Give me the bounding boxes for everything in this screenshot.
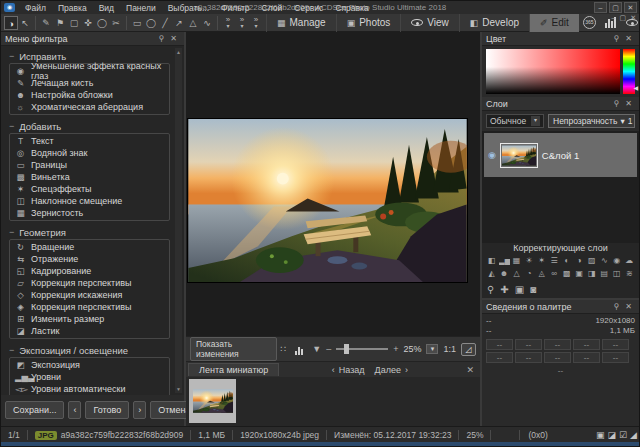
done-button[interactable]: Готово xyxy=(85,401,129,419)
menu-item[interactable]: Фильтр xyxy=(215,2,256,14)
filter-chromatic-aberration[interactable]: ☼Хроматическая аберрация xyxy=(10,101,169,113)
layer-mask-icon[interactable]: ◙ xyxy=(530,284,536,296)
adj-clarity-icon[interactable]: ◔ xyxy=(524,269,535,282)
adj-curves-icon[interactable]: ▦ xyxy=(511,256,522,269)
adj-red-eye-icon[interactable]: ◉ xyxy=(611,256,622,269)
tool-current-selection[interactable]: ◑ xyxy=(4,16,18,30)
filter-exposure[interactable]: ◩Экспозиция xyxy=(10,359,169,371)
filter-perspective-correction[interactable]: ▱Коррекция перспективы xyxy=(10,277,169,289)
hue-marker-icon[interactable]: ◀ xyxy=(633,84,638,91)
adj-white-balance-icon[interactable]: ☀ xyxy=(524,256,535,269)
filter-list-scrollbar[interactable]: ▲ ▼ xyxy=(175,48,182,393)
check-status-icon[interactable]: ☑ xyxy=(619,430,627,440)
section-header-exposure[interactable]: − Экспозиция / освещение xyxy=(7,344,172,356)
adj-grain-icon[interactable]: ▩ xyxy=(561,269,572,282)
toolbar-overflow-1[interactable]: »▾ xyxy=(221,17,235,29)
tool-move[interactable]: ✜ xyxy=(81,16,95,30)
resize-grip[interactable]: ◢ xyxy=(630,430,637,440)
filter-borders[interactable]: ▭Границы xyxy=(10,159,169,171)
edit-status-icon[interactable]: ◪ xyxy=(607,430,616,440)
zoom-slider[interactable] xyxy=(336,348,388,350)
close-icon[interactable]: ✕ xyxy=(167,34,180,43)
tool-arrow[interactable]: ↗ xyxy=(172,16,186,30)
mode-view-button[interactable]: View xyxy=(400,14,459,32)
adj-exposure-icon[interactable]: ◧ xyxy=(486,256,497,269)
adj-dehaze-icon[interactable]: ☁ xyxy=(624,256,635,269)
filter-cover-setup[interactable]: ☻Настройка обложки xyxy=(10,89,169,101)
filter-text[interactable]: TТекст xyxy=(10,135,169,147)
adj-blur-icon[interactable]: ∞ xyxy=(549,269,560,282)
zoom-dropdown[interactable]: ▾ xyxy=(426,344,438,354)
adj-skin-tune-icon[interactable]: ☻ xyxy=(499,269,510,282)
filter-grain[interactable]: ▦Зернистость xyxy=(10,207,169,219)
adj-vignette-icon[interactable]: ▣ xyxy=(574,269,585,282)
close-icon[interactable]: ✕ xyxy=(622,302,635,311)
zoom-slider-thumb[interactable] xyxy=(344,344,349,354)
close-button[interactable]: ✕ xyxy=(624,2,637,13)
tool-cut-selection[interactable]: ✂ xyxy=(109,16,123,30)
pin-icon[interactable]: ⚲ xyxy=(610,34,622,43)
selection-grid-icon[interactable]: ∷ xyxy=(281,344,287,354)
adj-color-balance-icon[interactable]: ◐ xyxy=(561,256,572,269)
filter-levels[interactable]: ▂▅▃Уровни xyxy=(10,371,169,383)
filter-distortion-correction[interactable]: ◇Коррекция искажения xyxy=(10,289,169,301)
tool-ellipse[interactable]: ◯ xyxy=(144,16,158,30)
mode-manage-button[interactable]: ▦ Manage xyxy=(266,14,336,32)
adj-sharpen-icon[interactable]: ◭ xyxy=(486,269,497,282)
adj-waves-icon[interactable]: ≋ xyxy=(624,269,635,282)
preview-caret-icon[interactable]: ▼ xyxy=(312,344,321,354)
actual-size-button[interactable]: 1:1 xyxy=(443,344,456,354)
menu-item[interactable]: Слой xyxy=(256,2,289,14)
menu-item[interactable]: Панели xyxy=(120,2,162,14)
layer-duplicate-icon[interactable]: ▣ xyxy=(515,284,524,296)
tool-flag-select[interactable]: ⚑ xyxy=(53,16,67,30)
filmstrip-thumbnail[interactable] xyxy=(189,379,236,423)
filter-flip[interactable]: ⇆Отражение xyxy=(10,253,169,265)
zoom-in-icon[interactable]: + xyxy=(393,344,398,354)
filmstrip-close-icon[interactable]: ✕ xyxy=(460,365,480,375)
filter-resize[interactable]: ⊞Изменить размер xyxy=(10,313,169,325)
filter-lens-correction[interactable]: ◈Коррекция перспективы xyxy=(10,301,169,313)
tool-pointer[interactable]: ↖ xyxy=(18,16,32,30)
adj-split-tone-icon[interactable]: ◨ xyxy=(586,269,597,282)
layer-name[interactable]: С&лой 1 xyxy=(542,150,579,161)
section-header-geometry[interactable]: − Геометрия xyxy=(7,226,172,238)
tool-polygon[interactable]: △ xyxy=(186,16,200,30)
back-button[interactable]: ‹Назад xyxy=(332,365,365,375)
tool-curve[interactable]: ∿ xyxy=(200,16,214,30)
save-button[interactable]: Сохрани... xyxy=(5,401,64,419)
tool-line[interactable]: ╱ xyxy=(158,16,172,30)
pin-icon[interactable]: ⚲ xyxy=(610,302,622,311)
filter-vignette[interactable]: ▩Виньетка xyxy=(10,171,169,183)
toolbar-overflow-2[interactable]: »▾ xyxy=(235,17,249,29)
tool-marquee-select[interactable]: ▢ xyxy=(67,16,81,30)
filter-crop[interactable]: ◱Кадрирование xyxy=(10,265,169,277)
layer-pin-icon[interactable]: ⚲ xyxy=(487,284,494,296)
close-icon[interactable]: ✕ xyxy=(622,99,635,108)
menu-item[interactable]: Файл xyxy=(19,2,52,14)
adj-soft-focus-icon[interactable]: ∿ xyxy=(599,256,610,269)
close-icon[interactable]: ✕ xyxy=(622,34,635,43)
select-status-icon[interactable]: ▣ xyxy=(596,430,605,440)
mode-edit-button[interactable]: ✐ Edit xyxy=(529,14,579,32)
scroll-up-icon[interactable]: ▲ xyxy=(175,49,182,55)
filter-tilt-shift[interactable]: ◫Наклонное смещение xyxy=(10,195,169,207)
pin-icon[interactable]: ⚲ xyxy=(155,34,167,43)
tool-lasso[interactable]: ◯ xyxy=(95,16,109,30)
prev-button[interactable]: ‹ xyxy=(68,401,81,419)
layer-visibility-eye-icon[interactable]: ◉ xyxy=(488,150,496,160)
saturation-value-gradient[interactable] xyxy=(486,49,620,94)
image-canvas[interactable] xyxy=(186,32,480,336)
opacity-control[interactable]: Непрозрачность ▾ 1 xyxy=(548,114,635,128)
filter-special-effects[interactable]: ✶Спецэффекты xyxy=(10,183,169,195)
minimize-button[interactable]: – xyxy=(594,2,607,13)
adj-color-eq-icon[interactable]: ☰ xyxy=(549,256,560,269)
adj-noise-icon[interactable]: △ xyxy=(511,269,522,282)
adj-photo-effect-icon[interactable]: ▨ xyxy=(586,256,597,269)
pin-icon[interactable]: ⚲ xyxy=(610,99,622,108)
zoom-out-icon[interactable]: – xyxy=(326,344,331,354)
show-changes-button[interactable]: Показать изменения xyxy=(190,337,277,361)
forward-button[interactable]: Далее› xyxy=(375,365,408,375)
tool-selection-brush[interactable]: ✎ xyxy=(39,16,53,30)
toolbar-overflow-3[interactable]: »▾ xyxy=(249,17,263,29)
